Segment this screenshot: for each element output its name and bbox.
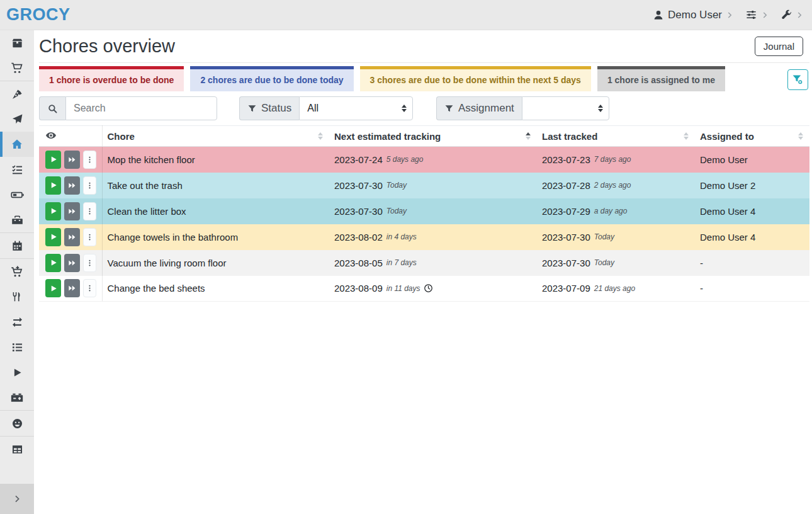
ellipsis-v-icon (86, 232, 94, 242)
track-execution-button[interactable] (45, 279, 61, 297)
sidebar-item-chore-tracking[interactable] (0, 360, 34, 385)
chore-name-cell[interactable]: Change towels in the bathroom (102, 224, 329, 250)
sidebar-item-transfer[interactable] (0, 309, 34, 334)
table-row: Clean the litter box 2023-07-30Today 202… (39, 198, 809, 224)
chore-name-cell[interactable]: Take out the trash (102, 173, 329, 198)
chores-table: Chore Next estimated tracking Last track… (39, 125, 809, 302)
skip-execution-button[interactable] (64, 202, 80, 220)
chore-name-cell[interactable]: Change the bed sheets (102, 276, 329, 302)
assigned-to-cell: Demo User 2 (695, 173, 809, 198)
track-execution-button[interactable] (45, 228, 61, 246)
filter-funnel-icon (247, 104, 257, 113)
sidebar-item-chores-overview[interactable] (0, 132, 34, 157)
sidebar-item-recipes[interactable] (0, 81, 34, 106)
track-execution-button[interactable] (45, 202, 61, 220)
sidebar-item-stock[interactable] (0, 30, 34, 55)
sidebar-item-tasks[interactable] (0, 157, 34, 182)
sidebar-item-equipment[interactable] (0, 207, 34, 232)
row-menu-button[interactable] (83, 279, 96, 297)
play-icon (50, 156, 57, 163)
skip-execution-button[interactable] (64, 254, 80, 272)
select-caret-icon (402, 105, 407, 112)
track-execution-button[interactable] (45, 176, 61, 195)
utensils-icon (11, 291, 23, 302)
sidebar-item-calendar[interactable] (0, 233, 34, 258)
track-execution-button[interactable] (45, 254, 61, 272)
sidebar-collapse-toggle[interactable] (0, 484, 34, 514)
chore-name-cell[interactable]: Clean the litter box (102, 198, 329, 224)
settings-menu[interactable] (745, 9, 769, 21)
track-execution-button[interactable] (45, 151, 61, 169)
sidebar-item-consume[interactable] (0, 284, 34, 309)
assigned-to-me-banner[interactable]: 1 chore is assigned to me (597, 66, 725, 91)
sort-arrows-icon (684, 132, 689, 140)
next-tracking-cell: 2023-08-09in 11 days (329, 276, 537, 302)
assignment-filter-select[interactable] (522, 96, 609, 120)
column-header-assigned-to[interactable]: Assigned to (695, 126, 809, 147)
sidebar-item-table[interactable] (0, 437, 34, 462)
chore-name-cell[interactable]: Vacuum the living room floor (102, 250, 329, 276)
top-navbar: GROCY Demo User (0, 0, 812, 30)
ellipsis-v-icon (86, 181, 94, 190)
visibility-column-header[interactable] (39, 126, 102, 147)
search-icon-box (39, 96, 65, 120)
sidebar-item-purchase[interactable] (0, 259, 34, 284)
sort-arrows-icon (526, 132, 531, 140)
skip-execution-button[interactable] (64, 151, 80, 169)
status-filter-select[interactable]: All (299, 96, 413, 120)
row-menu-button[interactable] (83, 202, 96, 220)
overdue-banner[interactable]: 1 chore is overdue to be done (39, 66, 184, 91)
cart-plus-icon (11, 265, 23, 278)
table-row: Mop the kitchen floor 2023-07-245 days a… (39, 147, 809, 173)
sidebar-item-meal-plan[interactable] (0, 106, 34, 132)
search-input[interactable] (65, 96, 217, 120)
admin-menu[interactable] (781, 9, 803, 21)
status-filter-label: Status (261, 102, 291, 115)
wrench-icon (781, 9, 792, 21)
table-row: Change towels in the bathroom 2023-08-02… (39, 224, 809, 250)
due-today-banner[interactable]: 2 chores are due to be done today (190, 66, 353, 91)
car-battery-icon (11, 391, 23, 404)
chevron-right-icon (796, 11, 803, 20)
column-header-chore[interactable]: Chore (102, 126, 329, 147)
row-menu-button[interactable] (83, 228, 96, 246)
chore-name-cell[interactable]: Mop the kitchen floor (102, 147, 329, 173)
clear-filter-button[interactable] (787, 69, 808, 90)
sidebar-item-battery-tracking[interactable] (0, 385, 34, 410)
sidebar-item-userentities[interactable] (0, 411, 34, 436)
fast-forward-icon (68, 156, 76, 164)
pizza-slice-icon (11, 88, 23, 100)
row-actions-cell (39, 198, 102, 224)
next-tracking-cell: 2023-08-05in 7 days (329, 250, 537, 276)
filter-funnel-icon (444, 104, 454, 113)
row-menu-button[interactable] (83, 254, 96, 272)
journal-button[interactable]: Journal (755, 37, 803, 56)
skip-execution-button[interactable] (64, 228, 80, 246)
row-actions-cell (39, 173, 102, 198)
ellipsis-v-icon (86, 283, 94, 293)
fast-forward-icon (68, 207, 76, 215)
assigned-to-cell: Demo User 4 (695, 224, 809, 250)
ellipsis-v-icon (86, 207, 94, 216)
row-menu-button[interactable] (83, 176, 96, 195)
skip-execution-button[interactable] (64, 176, 80, 195)
sidebar-item-shopping-list[interactable] (0, 55, 34, 81)
page-title: Chores overview (39, 36, 175, 57)
sidebar-item-inventory[interactable] (0, 334, 34, 360)
shopping-cart-icon (11, 62, 23, 74)
status-filter-label-box: Status (239, 96, 299, 120)
home-icon (11, 138, 23, 151)
column-header-next-tracking[interactable]: Next estimated tracking (329, 126, 537, 147)
search-group (39, 96, 217, 120)
sidebar-item-batteries[interactable] (0, 182, 34, 207)
calendar-icon (11, 240, 23, 252)
app-logo[interactable]: GROCY (6, 5, 70, 25)
row-menu-button[interactable] (83, 151, 96, 169)
ellipsis-v-icon (86, 258, 94, 268)
assigned-to-cell: Demo User 4 (695, 198, 809, 224)
skip-execution-button[interactable] (64, 279, 80, 297)
user-menu[interactable]: Demo User (653, 9, 733, 21)
next-tracking-cell: 2023-07-245 days ago (329, 147, 537, 173)
column-header-last-tracked[interactable]: Last tracked (537, 126, 695, 147)
due-soon-banner[interactable]: 3 chores are due to be done within the n… (360, 66, 591, 91)
